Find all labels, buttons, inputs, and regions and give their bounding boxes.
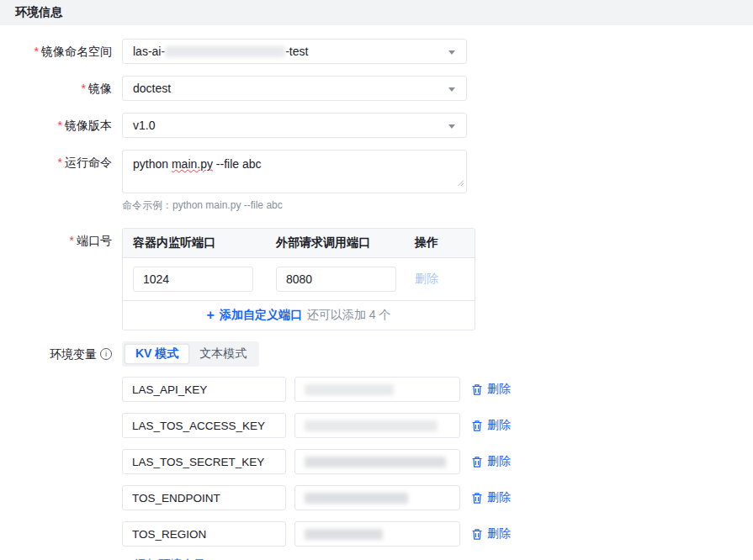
required-marker: * [58, 156, 62, 169]
trash-icon [471, 456, 483, 468]
info-icon[interactable]: i [100, 348, 112, 360]
section-header: 环境信息 [0, 0, 753, 25]
env-label: 环境变量 i [0, 341, 112, 367]
column-header-external-port: 外部请求调用端口 [276, 235, 415, 251]
env-value-input[interactable] [294, 521, 460, 547]
env-var-row: 删除 [122, 377, 511, 402]
namespace-redacted-value [165, 46, 285, 57]
required-marker: * [34, 45, 39, 58]
ports-row: *端口号 容器内监听端口 外部请求调用端口 操作 删除 [0, 228, 753, 330]
chevron-down-icon [448, 87, 455, 92]
trash-icon [471, 492, 483, 505]
env-delete-button[interactable]: 删除 [471, 526, 511, 542]
namespace-select[interactable]: las-ai- -test [122, 39, 467, 64]
required-marker: * [82, 82, 86, 95]
required-marker: * [58, 119, 62, 132]
env-delete-button[interactable]: 删除 [471, 382, 511, 397]
version-select[interactable]: v1.0 [122, 113, 467, 138]
port-delete-button[interactable]: 删除 [415, 272, 438, 285]
image-row: *镜像 doctest [0, 76, 753, 101]
env-vars-block: 删除 删除 删除 [0, 377, 753, 560]
add-custom-port-button[interactable]: + 添加自定义端口 还可以添加 4 个 [123, 300, 475, 330]
env-key-input[interactable] [122, 521, 286, 547]
version-label: *镜像版本 [0, 113, 112, 138]
environment-form: *镜像命名空间 las-ai- -test *镜像 doctest [0, 25, 753, 560]
version-row: *镜像版本 v1.0 [0, 113, 753, 138]
plus-icon: + [207, 309, 215, 322]
ports-table-header: 容器内监听端口 外部请求调用端口 操作 [123, 229, 475, 258]
env-value-input[interactable] [294, 377, 460, 402]
command-value-pre: python [133, 157, 172, 171]
env-var-row: 删除 [122, 521, 511, 547]
section-title: 环境信息 [15, 5, 62, 20]
env-var-row: 删除 [122, 485, 511, 510]
tab-text-mode[interactable]: 文本模式 [189, 344, 257, 364]
resize-grip-icon[interactable] [457, 174, 464, 191]
command-label: *运行命令 [0, 150, 112, 213]
trash-icon [471, 383, 483, 396]
ports-label: *端口号 [0, 228, 112, 330]
env-var-row: 删除 [122, 413, 511, 438]
port-table-row: 删除 [123, 258, 475, 300]
add-port-remaining-hint: 还可以添加 4 个 [307, 308, 391, 323]
command-row: *运行命令 python main.py --file abc 命令示例：pyt… [0, 150, 753, 213]
command-textarea[interactable]: python main.py --file abc [122, 150, 467, 193]
command-value-misspelled: main.py [172, 157, 213, 171]
tab-kv-mode[interactable]: KV 模式 [125, 344, 189, 364]
env-key-input[interactable] [122, 377, 286, 402]
ports-table: 容器内监听端口 外部请求调用端口 操作 删除 + [122, 228, 475, 330]
trash-icon [471, 528, 483, 541]
env-value-input[interactable] [294, 485, 460, 510]
trash-icon [471, 420, 483, 432]
namespace-value-suffix: -test [285, 45, 308, 58]
namespace-value-prefix: las-ai- [133, 45, 165, 58]
env-value-input[interactable] [294, 413, 460, 438]
namespace-label: *镜像命名空间 [0, 39, 112, 64]
image-select[interactable]: doctest [122, 76, 467, 101]
env-mode-row: 环境变量 i KV 模式 文本模式 [0, 341, 753, 367]
version-value: v1.0 [133, 119, 155, 132]
env-var-row: 删除 [122, 449, 511, 474]
image-label: *镜像 [0, 76, 112, 101]
env-key-input[interactable] [122, 413, 286, 438]
image-value: doctest [133, 82, 171, 95]
env-delete-button[interactable]: 删除 [471, 418, 511, 433]
namespace-row: *镜像命名空间 las-ai- -test [0, 39, 753, 64]
chevron-down-icon [448, 124, 455, 129]
column-header-container-port: 容器内监听端口 [133, 235, 276, 251]
column-header-action: 操作 [415, 235, 464, 251]
container-port-input[interactable] [133, 267, 253, 292]
required-marker: * [70, 234, 74, 247]
add-custom-port-label: 添加自定义端口 [220, 308, 302, 323]
env-key-input[interactable] [122, 485, 286, 510]
env-mode-tabs: KV 模式 文本模式 [122, 341, 259, 367]
env-key-input[interactable] [122, 449, 286, 474]
env-delete-button[interactable]: 删除 [471, 454, 511, 469]
env-value-input[interactable] [294, 449, 460, 474]
external-port-input[interactable] [276, 267, 396, 292]
env-delete-button[interactable]: 删除 [471, 490, 511, 505]
command-hint: 命令示例：python main.py --file abc [122, 198, 467, 213]
chevron-down-icon [448, 50, 455, 55]
command-value-post: --file abc [213, 157, 262, 171]
